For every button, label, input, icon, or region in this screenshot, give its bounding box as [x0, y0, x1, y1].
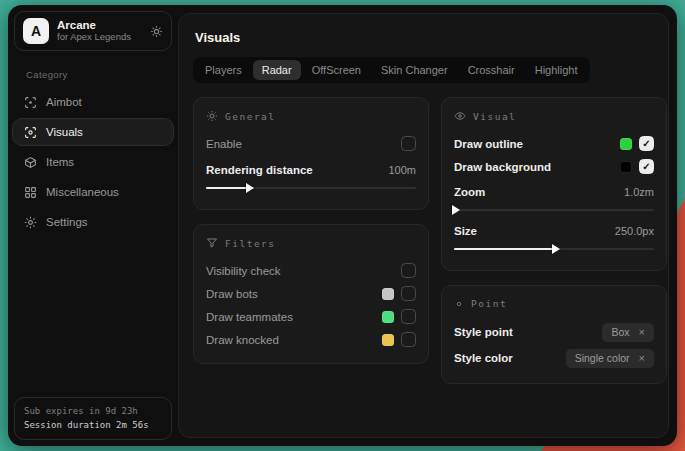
draw-knocked-checkbox[interactable] — [401, 332, 416, 347]
eye-icon — [454, 110, 466, 122]
section-title: Visual — [473, 111, 516, 122]
sidebar: A Arcane for Apex Legends Category Aimbo… — [8, 5, 178, 446]
filters-card-header: Filters — [206, 237, 416, 249]
style-color-select[interactable]: Single color × — [566, 349, 654, 368]
close-icon[interactable]: × — [639, 326, 645, 338]
sidebar-item-label: Items — [46, 156, 74, 168]
draw-background-label: Draw background — [454, 161, 551, 173]
style-color-row: Style color Single color × — [454, 345, 654, 371]
slider-thumb[interactable] — [552, 244, 560, 254]
zoom-row: Zoom 1.0zm — [454, 180, 654, 203]
category-label: Category — [26, 69, 174, 80]
visual-card: Visual Draw outline ✓ Draw background — [441, 97, 667, 271]
sidebar-item-aimbot[interactable]: Aimbot — [12, 88, 174, 116]
draw-bots-color-swatch[interactable] — [382, 288, 394, 300]
box-icon — [24, 156, 37, 169]
draw-knocked-row: Draw knocked — [206, 328, 416, 351]
sidebar-item-visuals[interactable]: Visuals — [12, 118, 174, 146]
section-title: Filters — [225, 238, 276, 249]
enable-checkbox[interactable] — [401, 136, 416, 151]
app-window: A Arcane for Apex Legends Category Aimbo… — [8, 5, 677, 446]
slider-thumb[interactable] — [246, 183, 254, 193]
check-icon: ✓ — [642, 162, 650, 172]
visual-card-header: Visual — [454, 110, 654, 122]
rendering-distance-slider[interactable] — [206, 183, 416, 193]
tab-crosshair[interactable]: Crosshair — [459, 60, 524, 80]
draw-teammates-row: Draw teammates — [206, 305, 416, 328]
section-title: Point — [471, 298, 507, 309]
section-title: General — [225, 111, 276, 122]
crosshair-icon — [24, 96, 37, 109]
tab-bar: Players Radar OffScreen Skin Changer Cro… — [193, 57, 590, 83]
draw-background-checkbox[interactable]: ✓ — [639, 159, 654, 174]
sidebar-item-label: Aimbot — [46, 96, 82, 108]
tab-skin-changer[interactable]: Skin Changer — [372, 60, 457, 80]
point-card: Point Style point Box × Style color Sing… — [441, 285, 667, 384]
draw-outline-color-swatch[interactable] — [620, 138, 632, 150]
general-card-header: General — [206, 110, 416, 122]
zoom-value: 1.0zm — [624, 186, 654, 198]
rendering-distance-value: 100m — [388, 164, 416, 176]
sidebar-item-miscellaneous[interactable]: Miscellaneous — [12, 178, 174, 206]
page-title: Visuals — [195, 30, 654, 45]
dot-icon — [454, 299, 464, 309]
grid-icon — [24, 186, 37, 199]
style-color-value: Single color — [575, 352, 630, 364]
enable-row: Enable — [206, 132, 416, 155]
enable-label: Enable — [206, 138, 242, 150]
general-card: General Enable Rendering distance 100m — [193, 97, 429, 210]
point-card-header: Point — [454, 298, 654, 309]
size-row: Size 250.0px — [454, 219, 654, 242]
draw-outline-row: Draw outline ✓ — [454, 132, 654, 155]
app-logo: A — [23, 18, 49, 44]
session-duration-text: Session duration 2m 56s — [24, 419, 162, 433]
draw-bots-row: Draw bots — [206, 282, 416, 305]
draw-background-row: Draw background ✓ — [454, 155, 654, 178]
scan-eye-icon — [24, 126, 37, 139]
tab-offscreen[interactable]: OffScreen — [303, 60, 370, 80]
sidebar-item-label: Settings — [46, 216, 88, 228]
size-label: Size — [454, 225, 477, 237]
draw-teammates-label: Draw teammates — [206, 311, 293, 323]
style-point-value: Box — [611, 326, 629, 338]
funnel-icon — [206, 237, 218, 249]
zoom-slider[interactable] — [454, 205, 654, 215]
sidebar-item-items[interactable]: Items — [12, 148, 174, 176]
check-icon: ✓ — [642, 139, 650, 149]
draw-knocked-color-swatch[interactable] — [382, 334, 394, 346]
draw-outline-checkbox[interactable]: ✓ — [639, 136, 654, 151]
draw-bots-label: Draw bots — [206, 288, 258, 300]
rendering-distance-label: Rendering distance — [206, 164, 313, 176]
tab-players[interactable]: Players — [196, 60, 251, 80]
style-point-select[interactable]: Box × — [602, 323, 654, 342]
visibility-check-row: Visibility check — [206, 259, 416, 282]
style-point-label: Style point — [454, 326, 513, 338]
style-point-row: Style point Box × — [454, 319, 654, 345]
main-panel: Visuals Players Radar OffScreen Skin Cha… — [178, 13, 669, 438]
visibility-check-checkbox[interactable] — [401, 263, 416, 278]
tab-highlight[interactable]: Highlight — [526, 60, 587, 80]
tab-radar[interactable]: Radar — [253, 60, 301, 80]
zoom-label: Zoom — [454, 186, 485, 198]
sidebar-item-label: Visuals — [46, 126, 83, 138]
gear-icon — [24, 216, 37, 229]
close-icon[interactable]: × — [639, 352, 645, 364]
style-color-label: Style color — [454, 352, 513, 364]
app-titles: Arcane for Apex Legends — [57, 19, 142, 43]
app-subtitle: for Apex Legends — [57, 32, 142, 43]
sidebar-item-settings[interactable]: Settings — [12, 208, 174, 236]
sidebar-item-label: Miscellaneous — [46, 186, 119, 198]
draw-teammates-color-swatch[interactable] — [382, 311, 394, 323]
draw-teammates-checkbox[interactable] — [401, 309, 416, 324]
size-slider[interactable] — [454, 244, 654, 254]
sub-expires-text: Sub expires in 9d 23h — [24, 405, 162, 419]
gear-icon[interactable] — [150, 25, 163, 38]
visibility-check-label: Visibility check — [206, 265, 281, 277]
draw-bots-checkbox[interactable] — [401, 286, 416, 301]
rendering-distance-row: Rendering distance 100m — [206, 158, 416, 181]
draw-outline-label: Draw outline — [454, 138, 523, 150]
slider-thumb[interactable] — [452, 205, 460, 215]
draw-background-color-swatch[interactable] — [620, 161, 632, 173]
filters-card: Filters Visibility check Draw bots — [193, 224, 429, 364]
draw-knocked-label: Draw knocked — [206, 334, 279, 346]
